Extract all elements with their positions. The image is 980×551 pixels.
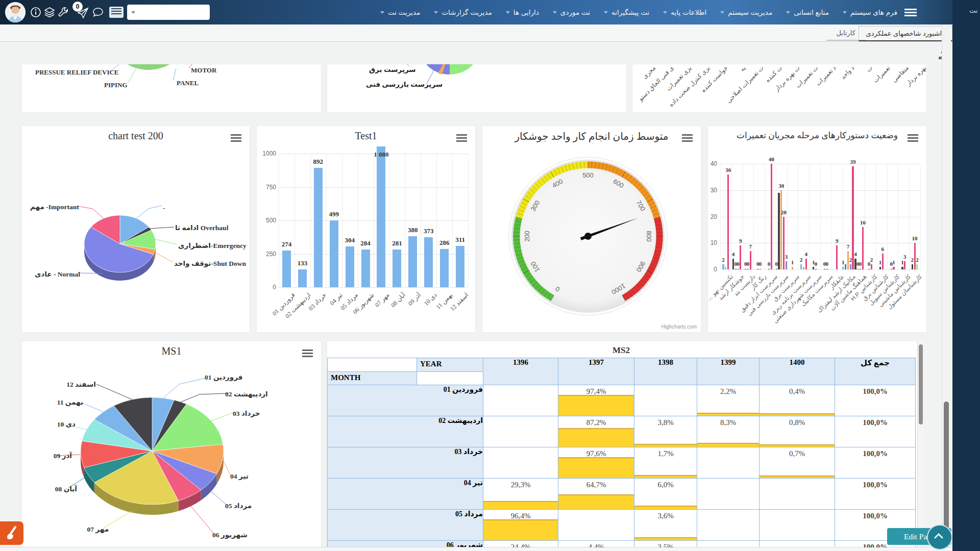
bar[interactable] <box>882 254 884 269</box>
bar[interactable] <box>361 249 370 287</box>
bar-value-label: 2 <box>910 257 924 263</box>
bar[interactable] <box>813 267 814 269</box>
nav-menu-item-4[interactable]: نت موردی <box>553 8 590 16</box>
chart-context-menu-button[interactable] <box>908 134 918 136</box>
bar[interactable] <box>725 267 726 269</box>
bar[interactable] <box>282 251 291 287</box>
bar[interactable] <box>771 164 772 269</box>
pie-label: 05 مرداد <box>225 502 252 510</box>
gridline <box>820 164 821 269</box>
bar[interactable] <box>792 267 793 269</box>
info-icon[interactable] <box>30 6 42 18</box>
bar[interactable] <box>826 269 828 270</box>
bar[interactable] <box>760 269 761 270</box>
bar[interactable] <box>800 264 802 269</box>
bar[interactable] <box>912 264 913 269</box>
chat-icon[interactable] <box>92 6 104 18</box>
bar[interactable] <box>842 267 844 269</box>
bar[interactable] <box>735 269 737 270</box>
pie-label: عادی - Normal <box>33 270 80 279</box>
value-cell: 3,5% <box>634 541 697 548</box>
bar[interactable] <box>298 269 307 287</box>
value-cell: 29,3% <box>483 479 558 510</box>
chart-context-menu-button[interactable] <box>456 134 467 136</box>
bar[interactable] <box>824 269 825 270</box>
bar[interactable] <box>314 168 323 287</box>
hamburger-menu-icon[interactable] <box>904 9 917 10</box>
data-bar <box>558 395 634 416</box>
bar[interactable] <box>768 269 770 270</box>
value-cell <box>483 385 558 416</box>
corner-blank <box>417 372 483 385</box>
y-axis-label: 750 <box>261 184 276 191</box>
bar[interactable] <box>722 264 724 269</box>
bar[interactable] <box>860 269 861 270</box>
nav-menu-item-label: منابع انسانی <box>794 8 829 16</box>
pie-label: PRESSUE RELIEF DEVICE <box>35 68 119 77</box>
gridline <box>887 164 888 269</box>
bar[interactable] <box>916 264 918 269</box>
bar[interactable] <box>377 146 385 287</box>
user-avatar[interactable] <box>5 2 26 22</box>
nav-menu-item-8[interactable]: منابع انسانی <box>786 8 829 16</box>
bar[interactable] <box>757 269 758 270</box>
nav-menu-item-3[interactable]: دارایی ها <box>506 8 539 16</box>
bar[interactable] <box>747 269 749 270</box>
bar-value-label: 20 <box>777 209 791 215</box>
column-header: 1399 <box>697 358 760 385</box>
svg-text:200: 200 <box>523 231 531 242</box>
nav-menu-item-6[interactable]: اطلاعات پایه <box>663 8 706 16</box>
bar[interactable] <box>745 269 746 270</box>
bar[interactable] <box>891 269 892 270</box>
chart-card-ms2: MS2 YEAR13961397139813991400جمع کلMONTH0… <box>327 341 927 548</box>
chevron-down-icon <box>663 11 667 14</box>
value-cell: 0,8% <box>760 416 835 447</box>
bar[interactable] <box>871 264 872 269</box>
bar[interactable] <box>815 269 817 270</box>
gridline <box>876 164 876 269</box>
bar[interactable] <box>783 217 785 270</box>
bar[interactable] <box>904 261 905 269</box>
svg-text:800: 800 <box>645 231 653 242</box>
corner-blank <box>328 358 417 372</box>
wrench-icon[interactable] <box>57 6 69 18</box>
bar[interactable] <box>393 249 401 287</box>
value-cell <box>634 385 697 416</box>
bar[interactable] <box>901 267 903 269</box>
theme-brush-button[interactable] <box>0 521 23 545</box>
bar[interactable] <box>456 246 464 287</box>
gridline <box>279 287 468 288</box>
table-scrollbar-thumb[interactable] <box>919 344 923 424</box>
bar[interactable] <box>737 269 739 270</box>
chevron-down-icon <box>720 11 724 14</box>
bar[interactable] <box>408 236 417 287</box>
nav-menu-item-9[interactable]: فرم های سیستم <box>843 8 897 16</box>
nav-menu-item-7[interactable]: مدیریت سیستم <box>720 8 772 16</box>
gridline <box>920 164 921 269</box>
paintbrush-icon <box>0 521 23 545</box>
bar[interactable] <box>440 249 449 287</box>
gridline <box>468 154 469 287</box>
layers-icon[interactable] <box>43 6 56 18</box>
nav-menu-item-label: دارایی ها <box>513 8 539 16</box>
bar[interactable] <box>893 267 894 269</box>
bar[interactable] <box>868 269 870 270</box>
bar[interactable] <box>857 269 859 270</box>
value-cell: 4,4% <box>558 541 634 548</box>
scroll-top-button[interactable] <box>927 524 952 550</box>
bar[interactable] <box>836 245 838 269</box>
bar[interactable] <box>330 220 338 287</box>
bar[interactable] <box>803 267 804 269</box>
bar[interactable] <box>776 269 777 270</box>
bar[interactable] <box>346 246 354 287</box>
keyboard-icon[interactable] <box>109 7 124 18</box>
nav-menu-item-5[interactable]: نت پیشگیرانه <box>604 8 649 16</box>
nav-menu-item-2[interactable]: مدیریت گزارشات <box>434 8 492 16</box>
chart-card-status: وضعیت دستورکارهای مرحله مجریان تعمیرات 0… <box>707 126 927 333</box>
nav-menu-item-1[interactable]: مدیریت نت <box>380 8 420 16</box>
avatar-image <box>5 2 26 22</box>
nav-select[interactable] <box>127 5 210 20</box>
tab-performance-dashboard[interactable]: داشبورد شاخصهای عملکردی <box>859 26 952 41</box>
bar[interactable] <box>845 264 846 269</box>
bar[interactable] <box>879 267 881 269</box>
